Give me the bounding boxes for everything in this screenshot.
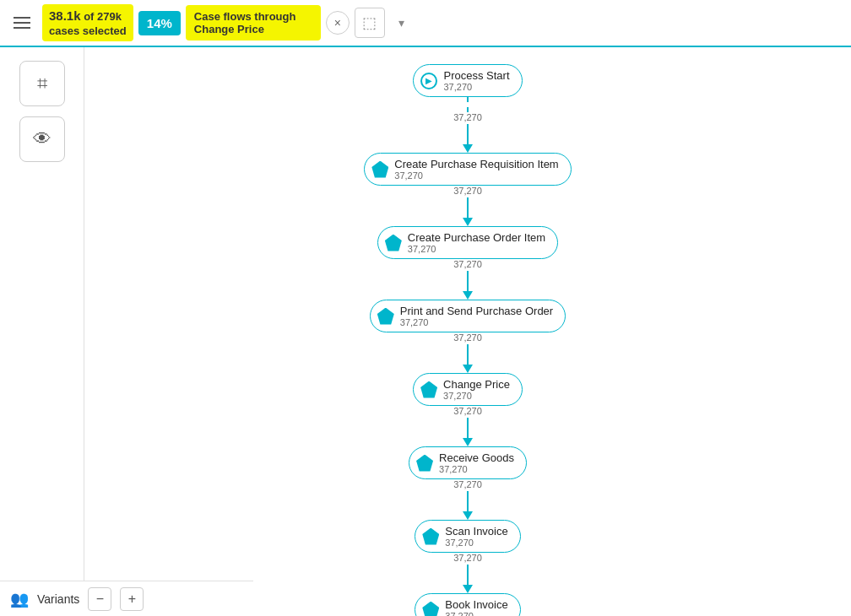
conn-count: 37,270 [453,186,482,196]
toolbar: 38.1k of 279k cases selected 14% Case fl… [0,0,851,47]
tally-icon: ⌗ [37,73,47,95]
step-icon [422,528,439,545]
conn-count: 37,270 [453,553,482,563]
node-label: Process Start [443,69,509,82]
flow-container: ▶ Process Start 37,270 37,270 [84,47,851,616]
conn-count: 37,270 [453,479,482,489]
node-count: 37,270 [394,170,558,181]
conn-arrow [463,218,473,226]
node-print-send: Print and Send Purchase Order 37,270 [370,300,566,332]
tally-button[interactable]: ⌗ [19,61,65,106]
step-icon [422,602,439,617]
conn-arrow [463,365,473,373]
connector-3: 37,270 [453,259,482,300]
step-icon [385,235,402,251]
bottom-bar: 👥 Variants − + [0,581,253,616]
node-create-order: Create Purchase Order Item 37,270 [377,226,558,259]
node-book-invoice: Book Invoice 37,270 [415,593,520,616]
eye-off-button[interactable]: 👁 [19,116,65,162]
dropdown-button[interactable]: ▾ [390,11,414,35]
frame-button[interactable]: ⬚ [355,8,385,38]
conn-arrow [463,585,473,593]
variants-people-icon: 👥 [10,590,29,608]
node-count: 37,270 [445,611,507,616]
variants-minus-button[interactable]: − [88,587,111,611]
conn-arrow [463,144,473,153]
conn-line [467,491,469,511]
conn-line [467,418,469,438]
chevron-down-icon: ▾ [398,16,404,30]
conn-count: 37,270 [453,406,482,416]
percentage-badge: 14% [138,11,181,35]
node-scan-invoice: Scan Invoice 37,270 [415,520,520,553]
node-label: Change Price [443,378,510,391]
hamburger-button[interactable] [7,8,37,38]
left-sidebar: ⌗ 👁 [0,47,84,616]
start-icon: ▶ [420,73,437,89]
step-icon [371,161,388,178]
node-create-requisition: Create Purchase Requisition Item 37,270 [364,153,571,186]
step-icon [416,455,433,472]
conn-line [467,124,469,144]
close-filter-button[interactable]: × [326,11,350,35]
node-count: 37,270 [439,464,514,474]
node-label: Book Invoice [445,598,507,611]
conn-line [467,271,469,291]
node-change-price: Change Price 37,270 [413,373,523,406]
node-label: Receive Goods [439,451,514,464]
node-process-start: ▶ Process Start 37,270 [413,64,522,97]
connector-4: 37,270 [453,332,482,373]
conn-count: 37,270 [453,332,482,343]
node-count: 37,270 [443,82,509,92]
diagram-area[interactable]: ▶ Process Start 37,270 37,270 [84,47,851,616]
node-receive-goods: Receive Goods 37,270 [409,446,527,479]
node-count: 37,270 [400,317,553,327]
node-count: 37,270 [445,538,507,548]
conn-line [467,565,469,585]
conn-count: 37,270 [453,259,482,269]
connector-6: 37,270 [453,479,482,520]
node-label: Create Purchase Requisition Item [394,158,558,170]
node-count: 37,270 [443,391,510,401]
main-area: ⌗ 👁 ▶ Process Start 37,270 37,270 [0,47,851,616]
filter-label: Case flows through Change Price [186,5,321,41]
variants-label: Variants [37,592,79,606]
step-icon [420,381,437,398]
node-label: Scan Invoice [445,525,507,538]
cases-sub: cases selected [49,24,127,37]
connector-7: 37,270 [453,553,482,593]
connector-1: 37,270 [453,97,482,153]
conn-arrow [463,438,473,446]
conn-count: 37,270 [453,112,482,122]
dashed-line [467,97,469,112]
frame-icon: ⬚ [362,14,377,32]
node-label: Print and Send Purchase Order [400,305,553,317]
conn-line [467,197,469,218]
cases-total: of 279k [84,10,122,23]
connector-2: 37,270 [453,186,482,226]
cases-badge: 38.1k of 279k cases selected [42,4,133,42]
connector-5: 37,270 [453,406,482,446]
node-label: Create Purchase Order Item [408,231,545,244]
conn-arrow [463,291,473,300]
conn-line [467,344,469,365]
cases-count: 38.1k [49,8,81,23]
eye-off-icon: 👁 [33,128,51,150]
variants-plus-button[interactable]: + [120,587,144,611]
conn-arrow [463,511,473,520]
node-count: 37,270 [408,244,545,254]
step-icon [377,308,394,325]
